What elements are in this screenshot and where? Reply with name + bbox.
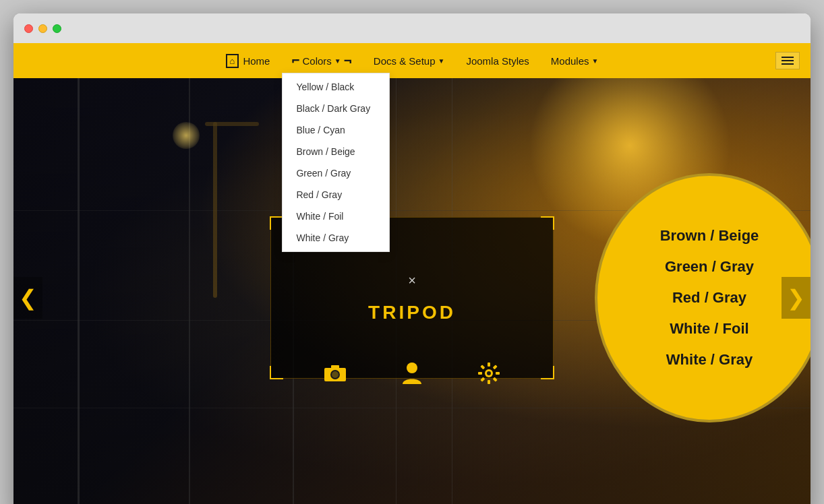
colors-label: Colors — [303, 55, 332, 67]
dropdown-item-2[interactable]: Blue / Cyan — [283, 119, 389, 141]
svg-rect-11 — [493, 365, 498, 370]
docs-link[interactable]: Docs & Setup ▼ — [364, 50, 454, 72]
navbar-nav: ⌂ Home ⌐ Colors ▼ ¬ Yellow / Black — [216, 49, 608, 73]
nav-item-joomla[interactable]: Joomla Styles — [457, 50, 538, 72]
modal-title: TRIPOD — [368, 302, 456, 323]
svg-rect-12 — [480, 377, 485, 382]
svg-point-4 — [407, 363, 417, 373]
svg-rect-3 — [331, 365, 339, 369]
nav-item-docs[interactable]: Docs & Setup ▼ — [364, 50, 454, 72]
hamburger-line-2 — [782, 60, 794, 61]
bracket-left-icon: ⌐ — [291, 54, 299, 67]
settings-button[interactable] — [477, 361, 501, 385]
circle-color-overlay: Brown / Beige Green / Gray Red / Gray Wh… — [595, 173, 811, 422]
dropdown-item-0[interactable]: Yellow / Black — [283, 76, 389, 98]
circle-item-0[interactable]: Brown / Beige — [597, 220, 811, 251]
hamburger-line-1 — [782, 57, 794, 58]
svg-point-2 — [332, 371, 339, 378]
colors-dropdown: Yellow / Black Black / Dark Gray Blue / … — [282, 73, 390, 252]
browser-chrome — [13, 13, 811, 43]
maximize-button[interactable] — [53, 24, 61, 33]
dropdown-item-5[interactable]: Red / Gray — [283, 184, 389, 206]
dropdown-item-7[interactable]: White / Gray — [283, 227, 389, 249]
next-arrow[interactable]: ❯ — [782, 277, 811, 319]
dropdown-item-3[interactable]: Brown / Beige — [283, 141, 389, 162]
svg-rect-14 — [493, 377, 498, 382]
modules-caret-icon: ▼ — [592, 57, 599, 65]
modules-link[interactable]: Modules ▼ — [541, 50, 608, 72]
corner-tr — [541, 216, 554, 230]
corner-tl — [270, 216, 283, 230]
minimize-button[interactable] — [38, 24, 47, 33]
home-link[interactable]: ⌂ Home — [216, 49, 280, 73]
nav-item-modules[interactable]: Modules ▼ — [541, 50, 608, 72]
modal-close-button[interactable]: × — [408, 273, 416, 288]
corner-bl — [270, 366, 283, 379]
home-icon: ⌂ — [226, 54, 239, 68]
user-button[interactable] — [401, 361, 423, 385]
docs-label: Docs & Setup — [374, 55, 436, 67]
joomla-label: Joomla Styles — [466, 55, 529, 67]
circle-item-2[interactable]: Red / Gray — [597, 282, 811, 313]
hamburger-line-3 — [782, 63, 794, 65]
navbar: ⌂ Home ⌐ Colors ▼ ¬ Yellow / Black — [13, 43, 811, 78]
hamburger-button[interactable] — [775, 52, 800, 69]
svg-rect-10 — [496, 372, 500, 375]
circle-item-4[interactable]: White / Gray — [597, 344, 811, 375]
svg-rect-9 — [478, 372, 482, 375]
hero-section: × TRIPOD — [13, 78, 811, 504]
browser-window: ⌂ Home ⌐ Colors ▼ ¬ Yellow / Black — [13, 13, 811, 504]
svg-rect-7 — [488, 363, 490, 367]
camera-button[interactable] — [323, 363, 347, 384]
svg-rect-8 — [488, 380, 490, 384]
corner-br — [541, 366, 554, 379]
colors-caret-icon: ▼ — [334, 57, 341, 65]
close-button[interactable] — [24, 24, 33, 33]
nav-item-home[interactable]: ⌂ Home — [216, 49, 280, 73]
bracket-right-icon: ¬ — [344, 54, 352, 67]
colors-link[interactable]: ⌐ Colors ▼ ¬ — [282, 49, 361, 73]
dropdown-item-1[interactable]: Black / Dark Gray — [283, 98, 389, 119]
joomla-link[interactable]: Joomla Styles — [457, 50, 538, 72]
prev-arrow[interactable]: ❮ — [13, 277, 42, 319]
page-content: ⌂ Home ⌐ Colors ▼ ¬ Yellow / Black — [13, 43, 811, 504]
home-label: Home — [243, 55, 270, 67]
circle-item-1[interactable]: Green / Gray — [597, 251, 811, 282]
svg-point-6 — [487, 371, 491, 375]
nav-item-colors[interactable]: ⌐ Colors ▼ ¬ Yellow / Black Black / Dark… — [282, 49, 361, 73]
svg-rect-13 — [480, 365, 485, 370]
modules-label: Modules — [551, 55, 589, 67]
icon-row — [323, 361, 501, 385]
dropdown-item-4[interactable]: Green / Gray — [283, 162, 389, 184]
docs-caret-icon: ▼ — [438, 57, 445, 65]
dropdown-item-6[interactable]: White / Foil — [283, 206, 389, 227]
circle-item-3[interactable]: White / Foil — [597, 313, 811, 344]
